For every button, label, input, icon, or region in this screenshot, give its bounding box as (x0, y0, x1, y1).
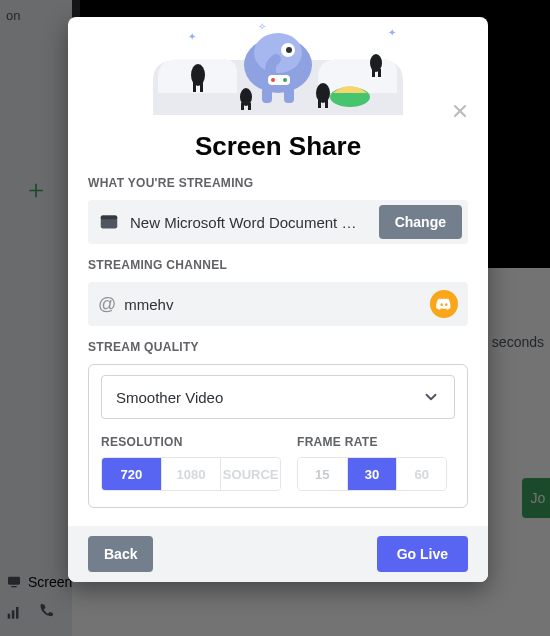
framerate-option-60[interactable]: 60 (397, 458, 446, 490)
svg-rect-19 (241, 103, 244, 110)
go-live-button[interactable]: Go Live (377, 536, 468, 572)
resolution-option-1080[interactable]: 1080 (162, 458, 222, 490)
svg-rect-25 (372, 69, 375, 77)
star-icon: ✦ (388, 27, 396, 38)
svg-point-13 (283, 78, 287, 82)
screen-share-modal: ✦ ✦ ✧ Screen Share WHAT YOU'RE STREAMING… (68, 17, 488, 582)
resolution-label: RESOLUTION (101, 435, 297, 449)
quality-preset-selected: Smoother Video (116, 389, 422, 406)
svg-rect-20 (248, 103, 251, 110)
modal-hero-illustration: ✦ ✦ ✧ (68, 17, 488, 125)
resolution-option-source[interactable]: SOURCE (221, 458, 280, 490)
svg-rect-9 (262, 87, 272, 103)
framerate-segmented: 15 30 60 (297, 457, 447, 491)
svg-rect-30 (101, 216, 118, 220)
stream-quality-label: STREAM QUALITY (68, 340, 488, 354)
resolution-segmented: 720 1080 SOURCE (101, 457, 281, 491)
star-icon: ✦ (188, 31, 196, 42)
couch-illustration (128, 17, 428, 125)
svg-rect-16 (193, 83, 196, 92)
discord-icon (436, 296, 452, 312)
back-button[interactable]: Back (88, 536, 153, 572)
streaming-channel-row[interactable]: @ mmehv (88, 282, 468, 326)
svg-rect-23 (325, 100, 328, 108)
quality-preset-dropdown[interactable]: Smoother Video (101, 375, 455, 419)
discord-badge (430, 290, 458, 318)
svg-rect-10 (284, 87, 294, 103)
resolution-option-720[interactable]: 720 (102, 458, 162, 490)
svg-point-6 (254, 33, 302, 73)
svg-point-12 (271, 78, 275, 82)
svg-rect-26 (378, 69, 381, 77)
framerate-label: FRAME RATE (297, 435, 378, 449)
streaming-app-name: New Microsoft Word Document … (130, 214, 369, 231)
close-button[interactable] (446, 97, 474, 125)
svg-rect-22 (318, 100, 321, 108)
modal-title: Screen Share (68, 131, 488, 162)
svg-rect-17 (200, 83, 203, 92)
window-icon (98, 211, 120, 233)
svg-point-8 (286, 47, 292, 53)
close-icon (450, 101, 470, 121)
streaming-channel-name: mmehv (124, 296, 422, 313)
modal-footer: Back Go Live (68, 526, 488, 582)
change-button[interactable]: Change (379, 205, 462, 239)
streaming-app-label: WHAT YOU'RE STREAMING (68, 176, 488, 190)
framerate-option-30[interactable]: 30 (348, 458, 398, 490)
chevron-down-icon (422, 388, 440, 406)
star-icon: ✧ (258, 21, 266, 32)
svg-point-15 (191, 64, 205, 86)
streaming-channel-label: STREAMING CHANNEL (68, 258, 488, 272)
streaming-app-row: New Microsoft Word Document … Change (88, 200, 468, 244)
at-icon: @ (98, 294, 116, 315)
stream-quality-box: Smoother Video RESOLUTION FRAME RATE 720… (88, 364, 468, 508)
framerate-option-15[interactable]: 15 (298, 458, 348, 490)
